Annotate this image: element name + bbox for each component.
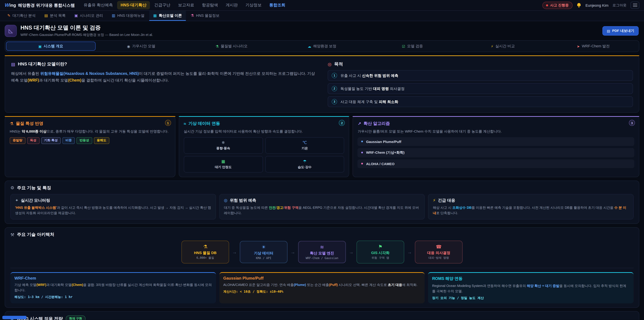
subtab-model-theory[interactable]: ▦확산모델 이론 [149, 11, 186, 21]
gear-icon: ⚙ [10, 185, 14, 190]
nav-item-board[interactable]: 게시판 [222, 1, 241, 10]
nav-item-reports[interactable]: 보고자료 [175, 1, 198, 10]
tab-model-validation[interactable]: ☑모델 검증 [368, 42, 457, 51]
subtab-dispersion-analysis[interactable]: ✎대기확산 분석 [3, 11, 40, 21]
flow-hns-db: ⚗HNS 물질 DB6,000+ 물질 [182, 241, 229, 263]
bullet-icon [362, 152, 363, 154]
card-diffusion-algorithms: 3 ↗확산 알고리즘 가우시안 플룸/퍼프 모델 또는 WRF-Chem 수치 … [353, 116, 639, 177]
card-number-badge: 1 [165, 120, 171, 126]
nav-item-oil-spill[interactable]: 유출유 확산예측 [80, 1, 116, 10]
architecture-panel: ⚒주요 기술 아키텍처 ⚗HNS 물질 DB6,000+ 물질 → ☀기상 데이… [5, 227, 639, 308]
arrow-icon: → [290, 249, 295, 255]
intro-title: HNS 대기확산 모델이란? [18, 61, 67, 67]
book-icon: ▤ [11, 62, 15, 67]
page-title: HNS 대기확산 모델 이론 및 검증 [20, 24, 153, 32]
incident-dot-icon [546, 4, 548, 6]
flask-icon: ⚗ [10, 121, 14, 126]
incident-status-badge[interactable]: 사고 진행중 [542, 2, 572, 9]
subtab-scenario-management[interactable]: ▣시나리오 관리 [70, 11, 107, 21]
model-icon: ▦ [153, 13, 157, 18]
purpose-item: 1유출 사고 시 신속한 위험 범위 예측 [328, 70, 633, 81]
tag-solubility: 용해도 [94, 137, 109, 144]
tech-gaussian: Gaussian Plume/Puff ALOHA/CAMEO 표준 알고리즘 … [219, 272, 425, 303]
tab-system-overview[interactable]: ▣시스템 개요 [6, 42, 96, 51]
purpose-block: ◎목적 1유출 사고 시 신속한 위험 범위 예측 2독성물질 농도 기반 대피… [328, 61, 633, 107]
tech-stat: 해상도: 1~3 km / 시간분해능: 1 hr [14, 295, 212, 299]
pencil-icon: ✎ [8, 13, 10, 18]
brand-wordmark: ing [10, 3, 16, 8]
brand-title: 해양환경 위기대응 통합시스템 [18, 3, 75, 9]
subtab-analysis-list[interactable]: ▤분석 목록 [40, 11, 70, 21]
brand-w-icon: W [5, 2, 10, 8]
tab-ocean-correction[interactable]: ☁해양환경 보정 [277, 42, 366, 51]
flask-icon: ⚗ [216, 44, 219, 48]
algorithm-item: ALOHA / CAMEO [358, 159, 634, 168]
card-number-badge: 3 [629, 120, 635, 126]
notification-bell-icon[interactable] [576, 3, 582, 8]
purpose-item: 2독성물질 농도 기반 대피 명령 의사결정 [328, 83, 633, 94]
tech-grid: WRF-Chem 기상 예측 모델(WRF)과 대기화학 모델(Chem)을 결… [10, 268, 634, 303]
intro-body: 해상에서 유출된 위험유해물질(Hazardous & Noxious Subs… [11, 70, 316, 84]
document-icon: ▤ [607, 29, 610, 33]
flow-decision-making: ☎대응 의사결정대피·방제 명령 [415, 241, 462, 263]
ruler-icon: ◺ [5, 25, 17, 37]
flow-gis-visualization: ⚑GIS 시각화위험 구역 맵 [356, 241, 404, 263]
brand-logo[interactable]: Wing해양환경 위기대응 통합시스템 [5, 2, 75, 9]
strategy-panel: ◈ WING 시스템 적용 전략 현재 구현 ✎ HNS DB 연동 CHRIS… [5, 311, 639, 320]
arrow-icon: → [407, 249, 412, 255]
sun-icon: ☀ [242, 244, 286, 250]
arrow-icon: → [349, 249, 354, 255]
tag-toxicity: 독성 [27, 137, 40, 144]
wave-icon: ☁ [308, 44, 311, 48]
nav-item-aerial-search[interactable]: 항공탐색 [198, 1, 221, 10]
intro-panel: ▤HNS 대기확산 모델이란? 해상에서 유출된 위험유해물질(Hazardou… [5, 55, 639, 113]
tech-stat: 장기 모의 가능 / 정밀 농도 계산 [432, 296, 630, 300]
flow-weather-data: ☀기상 데이터KMA / API [240, 241, 288, 263]
intro-block: ▤HNS 대기확산 모델이란? 해상에서 유출된 위험유해물질(Hazardou… [11, 61, 316, 107]
clipboard-icon: ▣ [74, 13, 78, 18]
tech-wrfchem: WRF-Chem 기상 예측 모델(WRF)과 대기화학 모델(Chem)을 결… [10, 272, 216, 303]
pdf-export-button[interactable]: ▤PDF 내보내기 [602, 26, 639, 36]
check-icon: ☑ [402, 44, 405, 48]
trend-icon: ↗ [358, 121, 361, 126]
nav-item-hns-dispersion[interactable]: HNS·대기확산 [117, 1, 150, 10]
tab-gaussian-model[interactable]: ◉가우시안 모델 [96, 42, 186, 51]
tab-wrfchem-evolution[interactable]: ➤WRF-Chem 발전 [548, 42, 638, 51]
nav-item-weather[interactable]: 기상정보 [242, 1, 265, 10]
tab-substance-scenarios[interactable]: ⚗물질별 시나리오 [187, 42, 276, 51]
page-header: ◺ HNS 대기확산 모델 이론 및 검증 WRF-Chem·Gaussian … [0, 21, 644, 40]
top-nav-right: 사고 진행중 Eunjeong Kim 로그아웃 [542, 2, 639, 9]
nav-item-rescue[interactable]: 긴급구난 [151, 1, 174, 10]
droplet-icon: ☂ [303, 159, 306, 164]
tab-realtime-comparison[interactable]: ⚡실시간 비교 [458, 42, 548, 51]
architecture-flow: ⚗HNS 물질 DB6,000+ 물질 → ☀기상 데이터KMA / API →… [10, 241, 634, 263]
page-subtitle: WRF-Chem·Gaussian Plume/Puff·ROMS·해양환경 보… [20, 33, 153, 37]
book-icon: ▥ [112, 13, 115, 18]
features-panel: ⚙주요 기능 및 특징 ✦실시간 모니터링 'HNS 유출 블랙박스 시스템'과… [5, 181, 639, 224]
incident-label: 사고 진행중 [550, 3, 569, 8]
wind-icon: ≋ [300, 244, 344, 250]
hamburger-menu-icon[interactable] [630, 2, 639, 9]
satellite-icon: ✦ [15, 198, 18, 203]
swirl-icon: ◉ [127, 44, 130, 48]
card-weather-data: 2 ≈기상 데이터 연동 실시간 기상 정보를 입력 데이터로 사용하여 확산 … [178, 116, 349, 177]
flask-icon: ⚗ [191, 13, 194, 18]
weather-grid: ❄풍향·풍속 ℃기온 ▦대기 안정도 ☂습도·강수 [184, 137, 344, 172]
purpose-title: 목적 [334, 61, 343, 67]
main-content: ▤HNS 대기확산 모델이란? 해상에서 유출된 위험유해물질(Hazardou… [0, 55, 644, 320]
arrow-icon: → [232, 249, 237, 255]
footer-badge[interactable] [2, 316, 26, 319]
user-name: Eunjeong Kim [586, 3, 608, 7]
flask-icon: ⚗ [183, 244, 228, 249]
phone-icon: ☎ [416, 244, 461, 249]
nav-item-integrated-search[interactable]: 통합조회 [266, 1, 289, 10]
substance-tags: 증발량 독성 기화 특성 비중 반응성 용해도 [10, 137, 170, 144]
subtab-hns-substance-info[interactable]: ⚗HNS 물질정보 [187, 11, 224, 21]
subtab-hns-manual[interactable]: ▥HNS 대응매뉴얼 [108, 11, 148, 21]
logout-button[interactable]: 로그아웃 [612, 3, 626, 8]
weather-cell-temperature: ℃기온 [265, 137, 344, 154]
sub-nav: ✎대기확산 분석 ▤분석 목록 ▣시나리오 관리 ▥HNS 대응매뉴얼 ▦확산모… [0, 11, 644, 21]
top-nav: Wing해양환경 위기대응 통합시스템 유출유 확산예측 HNS·대기확산 긴급… [0, 0, 644, 11]
target-icon: ◎ [328, 62, 332, 67]
tag-evaporation: 증발량 [10, 137, 25, 144]
